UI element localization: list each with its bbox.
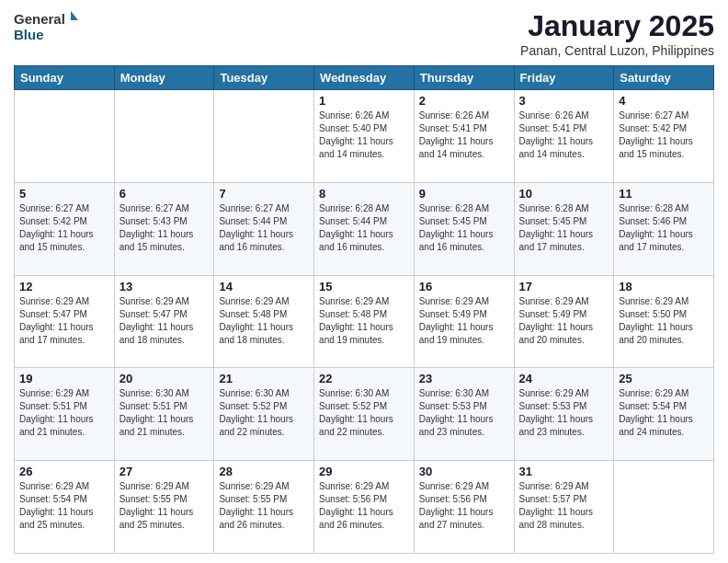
day-cell-21: 21Sunrise: 6:30 AMSunset: 5:52 PMDayligh… [214, 368, 314, 461]
day-cell-2: 2Sunrise: 6:26 AMSunset: 5:41 PMDaylight… [414, 90, 514, 183]
day-cell-17: 17Sunrise: 6:29 AMSunset: 5:49 PMDayligh… [514, 275, 614, 368]
calendar-header-row: SundayMondayTuesdayWednesdayThursdayFrid… [15, 66, 714, 90]
day-cell-23: 23Sunrise: 6:30 AMSunset: 5:53 PMDayligh… [414, 368, 514, 461]
day-cell-1: 1Sunrise: 6:26 AMSunset: 5:40 PMDaylight… [314, 90, 415, 183]
day-cell-12: 12Sunrise: 6:29 AMSunset: 5:47 PMDayligh… [15, 275, 115, 368]
day-cell-22: 22Sunrise: 6:30 AMSunset: 5:52 PMDayligh… [314, 368, 415, 461]
subtitle: Panan, Central Luzon, Philippines [520, 43, 714, 58]
day-cell-10: 10Sunrise: 6:28 AMSunset: 5:45 PMDayligh… [514, 182, 614, 275]
col-header-friday: Friday [514, 66, 614, 90]
col-header-saturday: Saturday [614, 66, 714, 90]
day-info-3: Sunrise: 6:26 AMSunset: 5:41 PMDaylight:… [519, 109, 609, 161]
day-number-16: 16 [419, 280, 509, 293]
day-number-4: 4 [619, 94, 709, 108]
day-info-28: Sunrise: 6:29 AMSunset: 5:55 PMDaylight:… [219, 480, 309, 532]
empty-cell-w0-d0 [15, 90, 115, 183]
day-info-27: Sunrise: 6:29 AMSunset: 5:55 PMDaylight:… [119, 480, 210, 532]
day-number-15: 15 [319, 280, 409, 293]
main-title: January 2025 [520, 9, 714, 43]
day-info-11: Sunrise: 6:28 AMSunset: 5:46 PMDaylight:… [619, 202, 709, 254]
day-info-8: Sunrise: 6:28 AMSunset: 5:44 PMDaylight:… [319, 202, 409, 254]
day-info-19: Sunrise: 6:29 AMSunset: 5:51 PMDaylight:… [19, 387, 109, 439]
day-info-13: Sunrise: 6:29 AMSunset: 5:47 PMDaylight:… [119, 295, 210, 347]
day-number-20: 20 [119, 372, 210, 385]
logo-svg: General Blue [14, 9, 78, 44]
header: General Blue January 2025 Panan, Central… [14, 9, 714, 58]
day-info-21: Sunrise: 6:30 AMSunset: 5:52 PMDaylight:… [219, 387, 309, 439]
week-row-4: 19Sunrise: 6:29 AMSunset: 5:51 PMDayligh… [15, 368, 714, 461]
day-number-31: 31 [519, 465, 609, 478]
day-info-12: Sunrise: 6:29 AMSunset: 5:47 PMDaylight:… [19, 295, 109, 347]
svg-marker-1 [71, 11, 78, 20]
day-info-16: Sunrise: 6:29 AMSunset: 5:49 PMDaylight:… [419, 295, 509, 347]
day-info-14: Sunrise: 6:29 AMSunset: 5:48 PMDaylight:… [219, 295, 309, 347]
day-number-11: 11 [619, 187, 709, 201]
day-cell-25: 25Sunrise: 6:29 AMSunset: 5:54 PMDayligh… [614, 368, 714, 461]
empty-cell-w0-d2 [214, 90, 314, 183]
col-header-tuesday: Tuesday [214, 66, 314, 90]
svg-text:General: General [14, 11, 65, 27]
day-info-20: Sunrise: 6:30 AMSunset: 5:51 PMDaylight:… [119, 387, 210, 439]
day-info-15: Sunrise: 6:29 AMSunset: 5:48 PMDaylight:… [319, 295, 409, 347]
day-info-10: Sunrise: 6:28 AMSunset: 5:45 PMDaylight:… [519, 202, 609, 254]
day-number-13: 13 [119, 280, 210, 293]
day-number-23: 23 [419, 372, 509, 385]
day-cell-7: 7Sunrise: 6:27 AMSunset: 5:44 PMDaylight… [214, 182, 314, 275]
day-cell-11: 11Sunrise: 6:28 AMSunset: 5:46 PMDayligh… [614, 182, 714, 275]
day-number-12: 12 [19, 280, 109, 293]
day-cell-9: 9Sunrise: 6:28 AMSunset: 5:45 PMDaylight… [414, 182, 514, 275]
day-cell-27: 27Sunrise: 6:29 AMSunset: 5:55 PMDayligh… [114, 461, 214, 554]
day-number-22: 22 [319, 372, 409, 385]
col-header-thursday: Thursday [414, 66, 514, 90]
week-row-3: 12Sunrise: 6:29 AMSunset: 5:47 PMDayligh… [15, 275, 714, 368]
day-info-17: Sunrise: 6:29 AMSunset: 5:49 PMDaylight:… [519, 295, 609, 347]
day-info-9: Sunrise: 6:28 AMSunset: 5:45 PMDaylight:… [419, 202, 509, 254]
day-cell-16: 16Sunrise: 6:29 AMSunset: 5:49 PMDayligh… [414, 275, 514, 368]
day-number-28: 28 [219, 465, 309, 478]
day-info-29: Sunrise: 6:29 AMSunset: 5:56 PMDaylight:… [319, 480, 409, 532]
day-cell-13: 13Sunrise: 6:29 AMSunset: 5:47 PMDayligh… [114, 275, 214, 368]
day-info-23: Sunrise: 6:30 AMSunset: 5:53 PMDaylight:… [419, 387, 509, 439]
page: General Blue January 2025 Panan, Central… [0, 0, 728, 563]
day-number-27: 27 [119, 465, 210, 478]
day-info-7: Sunrise: 6:27 AMSunset: 5:44 PMDaylight:… [219, 202, 309, 254]
day-info-2: Sunrise: 6:26 AMSunset: 5:41 PMDaylight:… [419, 109, 509, 161]
day-cell-31: 31Sunrise: 6:29 AMSunset: 5:57 PMDayligh… [514, 461, 614, 554]
col-header-sunday: Sunday [15, 66, 115, 90]
day-number-18: 18 [619, 280, 709, 293]
day-number-1: 1 [319, 94, 409, 108]
day-info-5: Sunrise: 6:27 AMSunset: 5:42 PMDaylight:… [19, 202, 109, 254]
day-info-1: Sunrise: 6:26 AMSunset: 5:40 PMDaylight:… [319, 109, 409, 161]
week-row-5: 26Sunrise: 6:29 AMSunset: 5:54 PMDayligh… [15, 461, 714, 554]
day-cell-30: 30Sunrise: 6:29 AMSunset: 5:56 PMDayligh… [414, 461, 514, 554]
day-info-26: Sunrise: 6:29 AMSunset: 5:54 PMDaylight:… [19, 480, 109, 532]
week-row-2: 5Sunrise: 6:27 AMSunset: 5:42 PMDaylight… [15, 182, 714, 275]
day-info-25: Sunrise: 6:29 AMSunset: 5:54 PMDaylight:… [619, 387, 709, 439]
day-number-17: 17 [519, 280, 609, 293]
day-info-31: Sunrise: 6:29 AMSunset: 5:57 PMDaylight:… [519, 480, 609, 532]
logo: General Blue [14, 9, 78, 44]
svg-text:Blue: Blue [14, 27, 44, 42]
day-info-6: Sunrise: 6:27 AMSunset: 5:43 PMDaylight:… [119, 202, 210, 254]
day-info-30: Sunrise: 6:29 AMSunset: 5:56 PMDaylight:… [419, 480, 509, 532]
day-cell-3: 3Sunrise: 6:26 AMSunset: 5:41 PMDaylight… [514, 90, 614, 183]
day-number-29: 29 [319, 465, 409, 478]
day-number-25: 25 [619, 372, 709, 385]
day-cell-29: 29Sunrise: 6:29 AMSunset: 5:56 PMDayligh… [314, 461, 415, 554]
day-cell-4: 4Sunrise: 6:27 AMSunset: 5:42 PMDaylight… [614, 90, 714, 183]
empty-cell-w0-d1 [114, 90, 214, 183]
empty-cell-w4-d6 [614, 461, 714, 554]
day-number-3: 3 [519, 94, 609, 108]
col-header-wednesday: Wednesday [314, 66, 415, 90]
day-number-21: 21 [219, 372, 309, 385]
day-cell-5: 5Sunrise: 6:27 AMSunset: 5:42 PMDaylight… [15, 182, 115, 275]
day-number-2: 2 [419, 94, 509, 108]
day-number-26: 26 [19, 465, 109, 478]
day-cell-28: 28Sunrise: 6:29 AMSunset: 5:55 PMDayligh… [214, 461, 314, 554]
day-number-14: 14 [219, 280, 309, 293]
day-info-24: Sunrise: 6:29 AMSunset: 5:53 PMDaylight:… [519, 387, 609, 439]
day-cell-26: 26Sunrise: 6:29 AMSunset: 5:54 PMDayligh… [15, 461, 115, 554]
day-cell-8: 8Sunrise: 6:28 AMSunset: 5:44 PMDaylight… [314, 182, 415, 275]
day-cell-24: 24Sunrise: 6:29 AMSunset: 5:53 PMDayligh… [514, 368, 614, 461]
day-cell-14: 14Sunrise: 6:29 AMSunset: 5:48 PMDayligh… [214, 275, 314, 368]
